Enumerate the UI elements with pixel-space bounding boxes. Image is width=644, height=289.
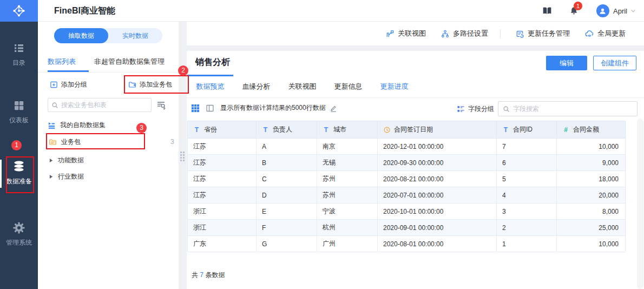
tree-item-label: 业务包	[61, 137, 81, 147]
count-prefix: 共	[192, 271, 198, 279]
package-search-input[interactable]	[61, 101, 148, 109]
package-count: 3	[170, 138, 174, 146]
table-cell: 杭州	[317, 220, 378, 236]
database-icon	[12, 160, 25, 173]
tree-item-industry-data[interactable]: 行业数据	[38, 168, 179, 185]
notification-bell[interactable]: 1	[569, 6, 579, 16]
tab-relation-view[interactable]: 关联视图	[279, 75, 325, 98]
edit-button[interactable]: 编辑	[546, 56, 587, 70]
expand-caret-icon[interactable]	[49, 158, 54, 163]
multipath-tree-icon	[441, 30, 449, 38]
relation-view-link[interactable]: 关联视图	[386, 29, 426, 38]
data-mode-toggle[interactable]: 抽取数据 实时数据	[54, 28, 162, 43]
search-filter-icon[interactable]	[156, 100, 166, 110]
notification-badge: 1	[574, 2, 582, 10]
sidebar-item-admin[interactable]: 管理系统	[0, 222, 38, 247]
active-nav-indicator	[0, 160, 2, 188]
column-header-owner[interactable]: T 负责人	[257, 121, 317, 139]
table-cell: 宁波	[317, 203, 378, 220]
tab-update-info[interactable]: 更新信息	[325, 75, 371, 98]
tab-update-progress[interactable]: 更新进度	[371, 75, 417, 98]
panel-resize-handle[interactable]	[179, 22, 187, 289]
table-cell: C	[257, 171, 317, 187]
table-row[interactable]: 江苏B无锡2020-09-30 00:00:0069,000	[188, 155, 626, 171]
tree-item-function-data[interactable]: 功能数据	[38, 152, 179, 168]
catalog-list-icon	[13, 42, 25, 54]
column-label: 合同金额	[573, 125, 599, 134]
tree-item-label: 我的自助数据集	[60, 121, 106, 130]
sidebar-item-data-preparation[interactable]: 数据准备	[0, 160, 38, 186]
toggle-extract-data[interactable]: 抽取数据	[54, 28, 108, 43]
column-header-contract-amount[interactable]: # 合同金额	[557, 121, 626, 139]
toolbar-link-label: 多路径设置	[453, 29, 488, 38]
help-book-icon[interactable]	[542, 5, 553, 16]
grid-view-icon[interactable]	[191, 104, 200, 113]
multipath-settings-link[interactable]: 多路径设置	[441, 29, 488, 38]
add-package-button[interactable]: 添加业务包	[128, 77, 172, 92]
tree-item-label: 行业数据	[58, 172, 84, 181]
table-cell: E	[257, 203, 317, 220]
field-group-button[interactable]: 字段分组	[457, 104, 494, 114]
drag-dots-icon	[180, 152, 185, 161]
tab-non-admin-dataset[interactable]: 非超管自助数据集管理	[94, 51, 165, 73]
column-header-sign-date[interactable]: 合同签订日期	[378, 121, 497, 139]
cloud-sync-icon	[585, 29, 594, 38]
table-row[interactable]: 江苏D苏州2020-07-01 00:00:00420,000	[188, 187, 626, 203]
global-update-link[interactable]: 全局更新	[585, 29, 626, 38]
tab-data-list[interactable]: 数据列表	[48, 51, 76, 73]
expand-caret-icon[interactable]	[49, 174, 54, 179]
table-cell: 5	[497, 171, 557, 187]
table-cell: 江苏	[188, 155, 257, 171]
package-search[interactable]	[48, 98, 152, 112]
sidebar-item-catalog[interactable]: 目录	[0, 42, 38, 68]
tab-data-preview[interactable]: 数据预览	[187, 75, 233, 98]
user-name[interactable]: April	[613, 7, 627, 15]
finebi-logo[interactable]	[0, 0, 38, 22]
table-cell: 4	[497, 187, 557, 203]
table-cell: 2020-08-21 00:00:00	[378, 171, 497, 187]
dashboard-grid-icon	[13, 100, 25, 111]
avatar[interactable]	[596, 4, 609, 17]
tab-lineage-analysis[interactable]: 血缘分析	[233, 75, 279, 98]
field-search[interactable]	[498, 101, 638, 116]
column-label: 合同签订日期	[394, 125, 433, 134]
table-cell: B	[257, 155, 317, 171]
table-row[interactable]: 江苏C苏州2020-08-21 00:00:00518,000	[188, 171, 626, 187]
column-header-province[interactable]: T 省份	[188, 121, 257, 139]
toggle-realtime-data[interactable]: 实时数据	[108, 28, 162, 43]
column-header-contract-id[interactable]: T 合同ID	[497, 121, 557, 139]
update-task-manage-link[interactable]: 更新任务管理	[516, 29, 570, 38]
table-cell: 7	[497, 139, 557, 155]
table-row[interactable]: 广东G广州2020-08-01 00:00:00110,000	[188, 236, 626, 252]
table-row[interactable]: 江苏A南京2020-12-01 00:00:00710,000	[188, 139, 626, 155]
add-group-button[interactable]: 添加分组	[50, 77, 87, 92]
table-cell: 20,000	[557, 187, 626, 203]
table-cell: 2020-08-01 00:00:00	[378, 236, 497, 252]
text-type-icon: T	[323, 126, 330, 134]
chevron-down-icon[interactable]	[630, 8, 636, 14]
vertical-scrollbar[interactable]	[637, 119, 643, 289]
table-row[interactable]: 浙江E宁波2020-10-01 00:00:0038,000	[188, 203, 626, 220]
table-cell: 无锡	[317, 155, 378, 171]
sidebar-item-label: 管理系统	[6, 238, 32, 247]
tree-item-business-package[interactable]: 业务包 3	[38, 134, 179, 150]
table-row[interactable]: 浙江F杭州2020-09-01 00:00:00225,000	[188, 220, 626, 236]
field-search-input[interactable]	[513, 105, 633, 113]
active-tab-indicator	[48, 70, 89, 72]
add-group-icon	[50, 81, 58, 89]
add-package-folder-icon	[128, 81, 136, 89]
sidebar-item-dashboard[interactable]: 仪表板	[0, 100, 38, 125]
tree-item-my-dataset[interactable]: 我的自助数据集	[38, 117, 179, 133]
table-cell: 浙江	[188, 220, 257, 236]
background-gap	[187, 45, 644, 51]
edit-pencil-icon[interactable]	[330, 104, 337, 112]
toolbar-link-label: 关联视图	[398, 29, 426, 38]
panel-view-icon[interactable]	[206, 104, 214, 113]
table-cell: 2020-09-30 00:00:00	[378, 155, 497, 171]
table-cell: 25,000	[557, 220, 626, 236]
column-header-city[interactable]: T 城市	[317, 121, 378, 139]
finebi-logo-icon	[12, 4, 26, 18]
field-group-label: 字段分组	[468, 104, 494, 114]
column-label: 省份	[204, 125, 217, 134]
create-component-button[interactable]: 创建组件	[593, 56, 636, 70]
